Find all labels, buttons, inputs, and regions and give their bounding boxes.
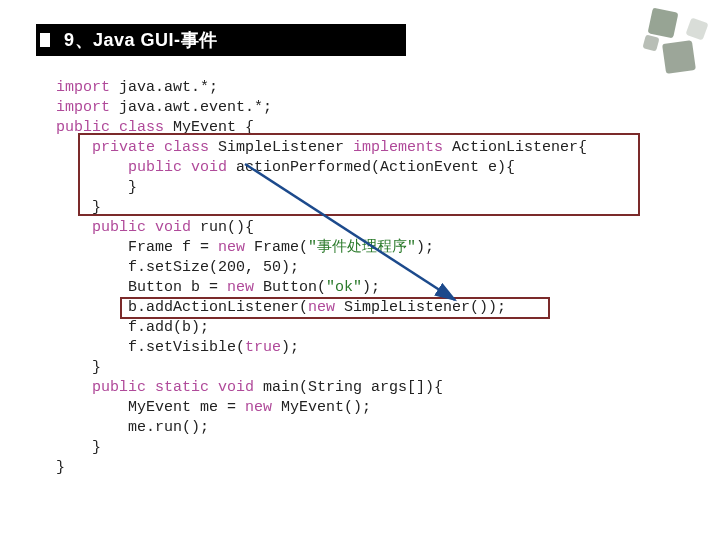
code-line: public void run(){ bbox=[56, 218, 587, 238]
code-text: java.awt.event.*; bbox=[110, 99, 272, 116]
title-accent-block bbox=[40, 33, 50, 47]
code-text: Frame( bbox=[245, 239, 308, 256]
code-line: import java.awt.event.*; bbox=[56, 98, 587, 118]
code-line: } bbox=[56, 358, 587, 378]
code-line: public static void main(String args[]){ bbox=[56, 378, 587, 398]
keyword: implements bbox=[353, 139, 443, 156]
code-text: SimpleListener bbox=[209, 139, 353, 156]
code-line: b.addActionListener(new SimpleListener()… bbox=[56, 298, 587, 318]
code-text: ); bbox=[362, 279, 380, 296]
code-text: java.awt.*; bbox=[110, 79, 218, 96]
keyword: import bbox=[56, 79, 110, 96]
string-literal: "事件处理程序" bbox=[308, 239, 416, 256]
string-literal: "ok" bbox=[326, 279, 362, 296]
code-line: Button b = new Button("ok"); bbox=[56, 278, 587, 298]
code-text: f.setVisible( bbox=[56, 339, 245, 356]
code-line: import java.awt.*; bbox=[56, 78, 587, 98]
keyword: public static void bbox=[92, 379, 254, 396]
code-text: actionPerformed(ActionEvent e){ bbox=[227, 159, 515, 176]
code-line: f.setVisible(true); bbox=[56, 338, 587, 358]
code-line: f.setSize(200, 50); bbox=[56, 258, 587, 278]
code-block: import java.awt.*; import java.awt.event… bbox=[56, 78, 587, 478]
keyword: new bbox=[227, 279, 254, 296]
code-text: MyEvent { bbox=[164, 119, 254, 136]
code-text: run(){ bbox=[191, 219, 254, 236]
code-line: private class SimpleListener implements … bbox=[56, 138, 587, 158]
code-line: MyEvent me = new MyEvent(); bbox=[56, 398, 587, 418]
corner-decoration bbox=[622, 6, 712, 86]
code-line: f.add(b); bbox=[56, 318, 587, 338]
code-text: ); bbox=[416, 239, 434, 256]
code-text: MyEvent me = bbox=[56, 399, 245, 416]
keyword: public void bbox=[92, 219, 191, 236]
keyword: public class bbox=[56, 119, 164, 136]
code-text: main(String args[]){ bbox=[254, 379, 443, 396]
code-line: } bbox=[56, 438, 587, 458]
code-text: MyEvent(); bbox=[272, 399, 371, 416]
code-line: Frame f = new Frame("事件处理程序"); bbox=[56, 238, 587, 258]
code-text: Button( bbox=[254, 279, 326, 296]
code-line: } bbox=[56, 198, 587, 218]
slide-title-bar: 9、Java GUI-事件 bbox=[36, 24, 406, 56]
keyword: public void bbox=[128, 159, 227, 176]
keyword: new bbox=[245, 399, 272, 416]
code-text: Frame f = bbox=[56, 239, 218, 256]
code-line: } bbox=[56, 458, 587, 478]
slide-title: 9、Java GUI-事件 bbox=[64, 28, 218, 52]
code-text: Button b = bbox=[56, 279, 227, 296]
code-line: public void actionPerformed(ActionEvent … bbox=[56, 158, 587, 178]
keyword: import bbox=[56, 99, 110, 116]
code-text: ); bbox=[281, 339, 299, 356]
code-text: SimpleListener()); bbox=[335, 299, 506, 316]
keyword: new bbox=[218, 239, 245, 256]
code-line: public class MyEvent { bbox=[56, 118, 587, 138]
code-text: ActionListener{ bbox=[443, 139, 587, 156]
keyword: private class bbox=[92, 139, 209, 156]
code-line: me.run(); bbox=[56, 418, 587, 438]
code-text: b.addActionListener( bbox=[56, 299, 308, 316]
keyword: true bbox=[245, 339, 281, 356]
keyword: new bbox=[308, 299, 335, 316]
code-line: } bbox=[56, 178, 587, 198]
